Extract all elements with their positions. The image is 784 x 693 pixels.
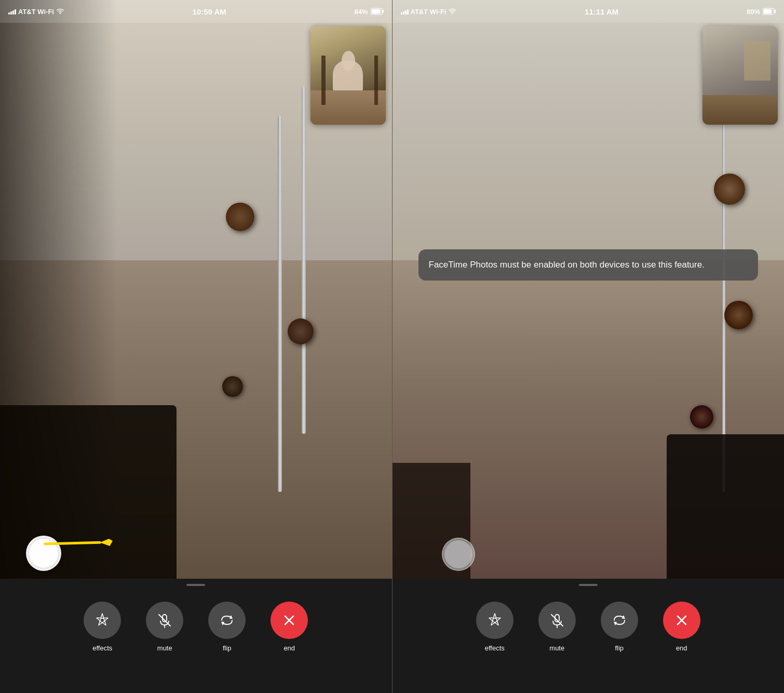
left-end-circle (271, 602, 308, 639)
right-phone-screen: AT&T Wi-Fi 11:11 AM 80% (393, 0, 785, 693)
right-flip-button[interactable]: flip (601, 602, 638, 652)
wall-plate-2 (288, 318, 314, 344)
left-effects-label: effects (92, 644, 112, 652)
svg-rect-3 (371, 9, 380, 14)
right-control-buttons: effects mute (476, 602, 700, 652)
left-status-bar: AT&T Wi-Fi 10:59 AM 84% (0, 0, 392, 23)
left-mute-button[interactable]: mute (146, 602, 183, 652)
right-shutter-button[interactable] (442, 538, 475, 571)
left-pip-thumbnail (310, 26, 386, 125)
left-flip-circle (208, 602, 246, 639)
left-flip-button[interactable]: flip (208, 602, 246, 652)
right-wall-plate-2 (724, 301, 753, 329)
left-drag-handle (186, 584, 205, 586)
right-battery-text: 80% (747, 8, 760, 16)
right-mute-icon (548, 611, 566, 629)
left-control-buttons: effects mute (84, 602, 308, 652)
right-end-label: end (676, 644, 687, 652)
right-end-icon (674, 613, 689, 628)
mute-icon (156, 611, 173, 629)
table-leg-2 (374, 56, 378, 105)
right-controls-bar: effects mute (393, 579, 785, 693)
facetime-alert-text: FaceTime Photos must be enabled on both … (429, 260, 705, 270)
right-pip-floor (702, 95, 778, 125)
right-battery-area: 80% (747, 8, 776, 16)
left-controls-bar: effects mute (0, 579, 392, 693)
right-wifi-icon (448, 8, 456, 15)
svg-rect-2 (382, 10, 384, 13)
right-wall-plate-1 (714, 174, 745, 205)
right-effects-circle (476, 602, 513, 639)
signal-bars-icon (8, 8, 16, 15)
left-effects-button[interactable]: effects (84, 602, 121, 652)
dog-head (342, 51, 355, 71)
left-time: 10:59 AM (193, 7, 226, 16)
svg-point-18 (493, 618, 497, 622)
right-mute-button[interactable]: mute (538, 602, 576, 652)
right-flip-icon (611, 611, 628, 629)
svg-rect-17 (764, 9, 772, 14)
svg-rect-16 (775, 10, 776, 13)
facetime-alert-box: FaceTime Photos must be enabled on both … (418, 249, 759, 281)
left-phone-screen: AT&T Wi-Fi 10:59 AM 84% (0, 0, 392, 693)
svg-line-21 (551, 615, 563, 626)
right-flip-circle (601, 602, 638, 639)
right-carrier-text: AT&T Wi-Fi (411, 8, 447, 16)
left-end-label: end (283, 644, 295, 652)
left-carrier-text: AT&T Wi-Fi (18, 8, 54, 16)
right-signal-bars-icon (401, 8, 409, 15)
right-furniture (667, 434, 784, 579)
svg-point-14 (452, 12, 453, 14)
left-effects-circle (84, 602, 121, 639)
right-pip-decor (744, 41, 771, 81)
right-mute-circle (538, 602, 576, 639)
flip-icon (218, 611, 236, 629)
end-icon (282, 613, 296, 628)
left-mute-circle (146, 602, 183, 639)
right-wall-plate-3 (690, 405, 713, 429)
right-effects-button[interactable]: effects (476, 602, 513, 652)
left-end-button[interactable]: end (271, 602, 308, 652)
svg-line-9 (159, 615, 170, 626)
right-drag-handle (579, 584, 598, 586)
right-carrier-wifi: AT&T Wi-Fi (401, 8, 457, 16)
left-battery-text: 84% (354, 8, 368, 16)
left-battery-area: 84% (354, 8, 383, 16)
wifi-icon (56, 8, 64, 15)
right-mute-label: mute (549, 644, 564, 652)
right-end-circle (663, 602, 700, 639)
right-effects-icon (486, 611, 504, 629)
metal-pole-2 (302, 87, 306, 434)
left-flip-label: flip (223, 644, 232, 652)
left-carrier-wifi: AT&T Wi-Fi (8, 8, 64, 16)
table-leg (321, 56, 325, 105)
effects-icon (93, 611, 111, 629)
svg-point-0 (60, 12, 61, 14)
wall-plate-3 (222, 376, 243, 397)
left-mute-label: mute (157, 644, 172, 652)
right-status-bar: AT&T Wi-Fi 11:11 AM 80% (393, 0, 785, 23)
right-flip-label: flip (615, 644, 624, 652)
svg-point-6 (100, 618, 104, 622)
right-end-button[interactable]: end (663, 602, 700, 652)
right-pip-thumbnail (702, 26, 778, 125)
metal-pole (278, 116, 282, 492)
right-battery-icon (763, 8, 776, 15)
battery-icon (371, 8, 384, 15)
wall-plate-1 (226, 203, 254, 231)
right-effects-label: effects (485, 644, 505, 652)
right-time: 11:11 AM (585, 7, 618, 16)
